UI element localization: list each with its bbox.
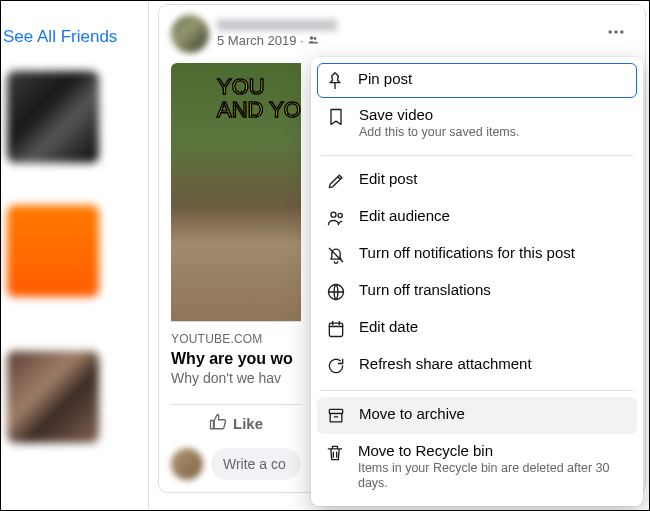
post-date: 5 March 2019 · [217, 33, 337, 49]
menu-refresh-attachment[interactable]: Refresh share attachment [317, 347, 637, 384]
svg-rect-8 [329, 323, 342, 336]
menu-turn-off-notifications[interactable]: Turn off notifications for this post [317, 236, 637, 273]
menu-move-to-archive[interactable]: Move to archive [317, 397, 637, 434]
like-button[interactable]: Like [171, 405, 301, 442]
refresh-icon [325, 355, 347, 376]
bookmark-icon [325, 106, 347, 127]
comment-composer: Write a co [171, 448, 301, 480]
menu-turn-off-translations[interactable]: Turn off translations [317, 273, 637, 310]
globe-icon [325, 281, 347, 302]
post-header: 5 March 2019 · [159, 5, 645, 57]
pencil-icon [325, 170, 347, 191]
post-actions: Like [171, 404, 301, 442]
author-avatar[interactable] [171, 15, 209, 53]
post-options-button[interactable] [599, 15, 633, 49]
menu-pin-post[interactable]: Pin post [317, 63, 637, 98]
svg-point-1 [314, 37, 317, 40]
friend-thumbnail[interactable] [7, 71, 99, 163]
menu-save-video[interactable]: Save video Add this to your saved items. [317, 98, 637, 149]
svg-point-6 [338, 213, 342, 217]
pin-icon [324, 70, 346, 91]
menu-edit-post[interactable]: Edit post [317, 162, 637, 199]
audience-icon [307, 33, 319, 48]
svg-rect-9 [329, 409, 342, 413]
trash-icon [325, 442, 346, 463]
menu-divider [321, 390, 633, 391]
svg-point-4 [620, 30, 623, 33]
self-avatar[interactable] [171, 448, 203, 480]
thumbs-up-icon [209, 413, 227, 434]
svg-point-5 [331, 212, 336, 217]
media-overlay-text: YOU AND YO [217, 75, 301, 121]
author-name[interactable] [217, 19, 337, 31]
friends-sidebar: See All Friends [1, 1, 149, 510]
menu-move-to-recycle-bin[interactable]: Move to Recycle bin Items in your Recycl… [317, 434, 637, 500]
svg-point-0 [310, 36, 314, 40]
link-subtitle: Why don't we hav [171, 370, 301, 386]
link-title: Why are you wo [171, 350, 301, 368]
audience-icon [325, 207, 347, 228]
archive-icon [325, 405, 347, 426]
friend-thumbnail[interactable] [7, 351, 99, 443]
calendar-icon [325, 318, 347, 339]
link-preview[interactable]: YOUTUBE.COM Why are you wo Why don't we … [171, 321, 301, 394]
menu-edit-audience[interactable]: Edit audience [317, 199, 637, 236]
post-media-thumbnail[interactable]: YOU AND YO [171, 63, 301, 321]
friend-thumbnail[interactable] [7, 205, 99, 297]
see-all-friends-link[interactable]: See All Friends [1, 1, 148, 47]
like-label: Like [233, 415, 263, 432]
link-domain: YOUTUBE.COM [171, 332, 301, 346]
menu-edit-date[interactable]: Edit date [317, 310, 637, 347]
svg-point-2 [609, 30, 612, 33]
comment-input[interactable]: Write a co [211, 448, 301, 480]
menu-divider [321, 155, 633, 156]
post-options-menu: Pin post Save video Add this to your sav… [311, 57, 643, 506]
bell-off-icon [325, 244, 347, 265]
svg-point-3 [614, 30, 617, 33]
